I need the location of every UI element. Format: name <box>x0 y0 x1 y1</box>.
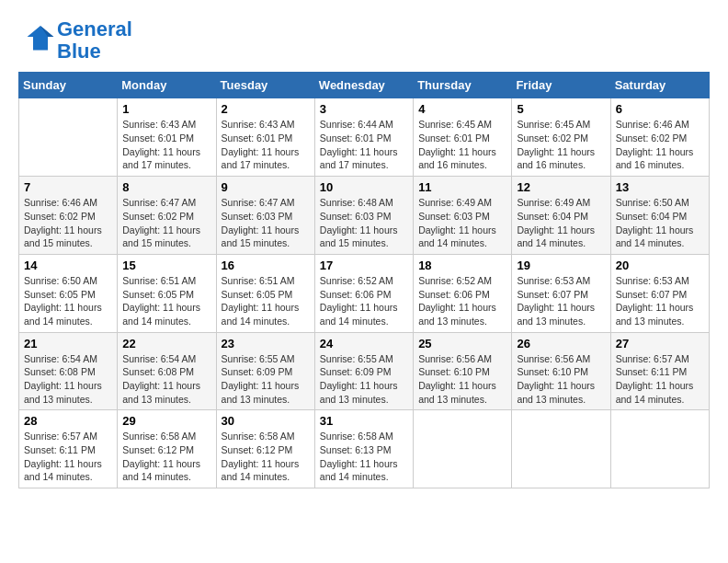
day-info: Sunrise: 6:51 AM Sunset: 6:05 PM Dayligh… <box>222 274 310 328</box>
week-row-5: 28 Sunrise: 6:57 AM Sunset: 6:11 PM Dayl… <box>19 410 710 488</box>
day-cell: 15 Sunrise: 6:51 AM Sunset: 6:05 PM Dayl… <box>118 254 216 332</box>
day-cell: 1 Sunrise: 6:43 AM Sunset: 6:01 PM Dayli… <box>118 98 216 177</box>
calendar-table: SundayMondayTuesdayWednesdayThursdayFrid… <box>18 72 710 488</box>
logo-icon <box>18 22 55 59</box>
day-info: Sunrise: 6:57 AM Sunset: 6:11 PM Dayligh… <box>616 352 704 407</box>
col-header-sunday: Sunday <box>19 73 118 98</box>
day-cell: 8 Sunrise: 6:47 AM Sunset: 6:02 PM Dayli… <box>118 177 216 255</box>
day-info: Sunrise: 6:49 AM Sunset: 6:03 PM Dayligh… <box>418 196 506 250</box>
day-info: Sunrise: 6:58 AM Sunset: 6:12 PM Dayligh… <box>122 430 210 484</box>
day-info: Sunrise: 6:45 AM Sunset: 6:01 PM Dayligh… <box>418 118 506 172</box>
day-info: Sunrise: 6:43 AM Sunset: 6:01 PM Dayligh… <box>122 118 210 172</box>
day-number: 16 <box>222 259 310 272</box>
day-number: 2 <box>222 102 310 116</box>
day-cell: 16 Sunrise: 6:51 AM Sunset: 6:05 PM Dayl… <box>216 254 314 332</box>
day-number: 3 <box>320 102 408 116</box>
day-info: Sunrise: 6:44 AM Sunset: 6:01 PM Dayligh… <box>320 118 408 172</box>
week-row-1: 1 Sunrise: 6:43 AM Sunset: 6:01 PM Dayli… <box>19 98 710 177</box>
day-info: Sunrise: 6:46 AM Sunset: 6:02 PM Dayligh… <box>616 118 704 172</box>
day-cell: 2 Sunrise: 6:43 AM Sunset: 6:01 PM Dayli… <box>216 98 314 177</box>
day-cell: 6 Sunrise: 6:46 AM Sunset: 6:02 PM Dayli… <box>610 98 709 177</box>
day-number: 10 <box>320 180 408 194</box>
day-info: Sunrise: 6:49 AM Sunset: 6:04 PM Dayligh… <box>517 196 605 250</box>
col-header-monday: Monday <box>118 73 216 98</box>
day-number: 18 <box>418 259 506 272</box>
day-cell: 4 Sunrise: 6:45 AM Sunset: 6:01 PM Dayli… <box>414 98 512 177</box>
svg-marker-0 <box>28 26 54 50</box>
week-row-2: 7 Sunrise: 6:46 AM Sunset: 6:02 PM Dayli… <box>19 177 710 255</box>
col-header-thursday: Thursday <box>414 73 512 98</box>
page-header: General Blue <box>18 18 710 63</box>
day-cell: 9 Sunrise: 6:47 AM Sunset: 6:03 PM Dayli… <box>216 177 314 255</box>
week-row-4: 21 Sunrise: 6:54 AM Sunset: 6:08 PM Dayl… <box>19 332 710 410</box>
day-cell: 20 Sunrise: 6:53 AM Sunset: 6:07 PM Dayl… <box>610 254 709 332</box>
day-cell: 27 Sunrise: 6:57 AM Sunset: 6:11 PM Dayl… <box>610 332 709 410</box>
day-info: Sunrise: 6:46 AM Sunset: 6:02 PM Dayligh… <box>24 196 112 250</box>
day-cell: 14 Sunrise: 6:50 AM Sunset: 6:05 PM Dayl… <box>19 254 118 332</box>
day-number: 12 <box>517 180 605 194</box>
day-number: 4 <box>418 102 506 116</box>
day-cell: 5 Sunrise: 6:45 AM Sunset: 6:02 PM Dayli… <box>512 98 610 177</box>
day-number: 29 <box>122 414 210 428</box>
col-header-tuesday: Tuesday <box>216 73 314 98</box>
day-cell: 21 Sunrise: 6:54 AM Sunset: 6:08 PM Dayl… <box>19 332 118 410</box>
day-info: Sunrise: 6:58 AM Sunset: 6:13 PM Dayligh… <box>320 430 408 484</box>
day-number: 24 <box>320 337 408 350</box>
logo-text: General Blue <box>57 18 132 63</box>
day-info: Sunrise: 6:43 AM Sunset: 6:01 PM Dayligh… <box>222 118 310 172</box>
day-cell: 25 Sunrise: 6:56 AM Sunset: 6:10 PM Dayl… <box>414 332 512 410</box>
day-cell: 29 Sunrise: 6:58 AM Sunset: 6:12 PM Dayl… <box>118 410 216 488</box>
day-cell: 12 Sunrise: 6:49 AM Sunset: 6:04 PM Dayl… <box>512 177 610 255</box>
day-number: 15 <box>122 259 210 272</box>
day-number: 27 <box>616 337 704 350</box>
day-info: Sunrise: 6:52 AM Sunset: 6:06 PM Dayligh… <box>418 274 506 328</box>
day-cell: 10 Sunrise: 6:48 AM Sunset: 6:03 PM Dayl… <box>314 177 413 255</box>
day-cell: 17 Sunrise: 6:52 AM Sunset: 6:06 PM Dayl… <box>314 254 413 332</box>
day-info: Sunrise: 6:54 AM Sunset: 6:08 PM Dayligh… <box>122 352 210 407</box>
day-info: Sunrise: 6:51 AM Sunset: 6:05 PM Dayligh… <box>122 274 210 328</box>
day-info: Sunrise: 6:52 AM Sunset: 6:06 PM Dayligh… <box>320 274 408 328</box>
day-info: Sunrise: 6:56 AM Sunset: 6:10 PM Dayligh… <box>418 352 506 407</box>
day-info: Sunrise: 6:53 AM Sunset: 6:07 PM Dayligh… <box>517 274 605 328</box>
day-info: Sunrise: 6:50 AM Sunset: 6:05 PM Dayligh… <box>24 274 112 328</box>
day-number: 7 <box>24 180 112 194</box>
day-info: Sunrise: 6:45 AM Sunset: 6:02 PM Dayligh… <box>517 118 605 172</box>
day-cell <box>414 410 512 488</box>
col-header-wednesday: Wednesday <box>314 73 413 98</box>
col-header-friday: Friday <box>512 73 610 98</box>
day-info: Sunrise: 6:56 AM Sunset: 6:10 PM Dayligh… <box>517 352 605 407</box>
day-number: 21 <box>24 337 112 350</box>
day-cell: 13 Sunrise: 6:50 AM Sunset: 6:04 PM Dayl… <box>610 177 709 255</box>
week-row-3: 14 Sunrise: 6:50 AM Sunset: 6:05 PM Dayl… <box>19 254 710 332</box>
day-cell: 22 Sunrise: 6:54 AM Sunset: 6:08 PM Dayl… <box>118 332 216 410</box>
day-number: 25 <box>418 337 506 350</box>
day-info: Sunrise: 6:55 AM Sunset: 6:09 PM Dayligh… <box>222 352 310 407</box>
day-number: 26 <box>517 337 605 350</box>
day-number: 20 <box>616 259 704 272</box>
day-info: Sunrise: 6:47 AM Sunset: 6:02 PM Dayligh… <box>122 196 210 250</box>
day-info: Sunrise: 6:54 AM Sunset: 6:08 PM Dayligh… <box>24 352 112 407</box>
day-number: 13 <box>616 180 704 194</box>
day-number: 8 <box>122 180 210 194</box>
day-number: 5 <box>517 102 605 116</box>
day-number: 28 <box>24 414 112 428</box>
day-info: Sunrise: 6:55 AM Sunset: 6:09 PM Dayligh… <box>320 352 408 407</box>
day-info: Sunrise: 6:57 AM Sunset: 6:11 PM Dayligh… <box>24 430 112 484</box>
day-cell: 11 Sunrise: 6:49 AM Sunset: 6:03 PM Dayl… <box>414 177 512 255</box>
day-number: 23 <box>222 337 310 350</box>
day-number: 1 <box>122 102 210 116</box>
day-number: 17 <box>320 259 408 272</box>
day-cell: 28 Sunrise: 6:57 AM Sunset: 6:11 PM Dayl… <box>19 410 118 488</box>
day-info: Sunrise: 6:53 AM Sunset: 6:07 PM Dayligh… <box>616 274 704 328</box>
day-cell: 30 Sunrise: 6:58 AM Sunset: 6:12 PM Dayl… <box>216 410 314 488</box>
day-cell: 24 Sunrise: 6:55 AM Sunset: 6:09 PM Dayl… <box>314 332 413 410</box>
day-cell <box>512 410 610 488</box>
day-number: 22 <box>122 337 210 350</box>
day-info: Sunrise: 6:48 AM Sunset: 6:03 PM Dayligh… <box>320 196 408 250</box>
day-cell: 7 Sunrise: 6:46 AM Sunset: 6:02 PM Dayli… <box>19 177 118 255</box>
day-info: Sunrise: 6:58 AM Sunset: 6:12 PM Dayligh… <box>222 430 310 484</box>
day-cell: 18 Sunrise: 6:52 AM Sunset: 6:06 PM Dayl… <box>414 254 512 332</box>
day-cell <box>19 98 118 177</box>
day-cell: 19 Sunrise: 6:53 AM Sunset: 6:07 PM Dayl… <box>512 254 610 332</box>
day-number: 19 <box>517 259 605 272</box>
